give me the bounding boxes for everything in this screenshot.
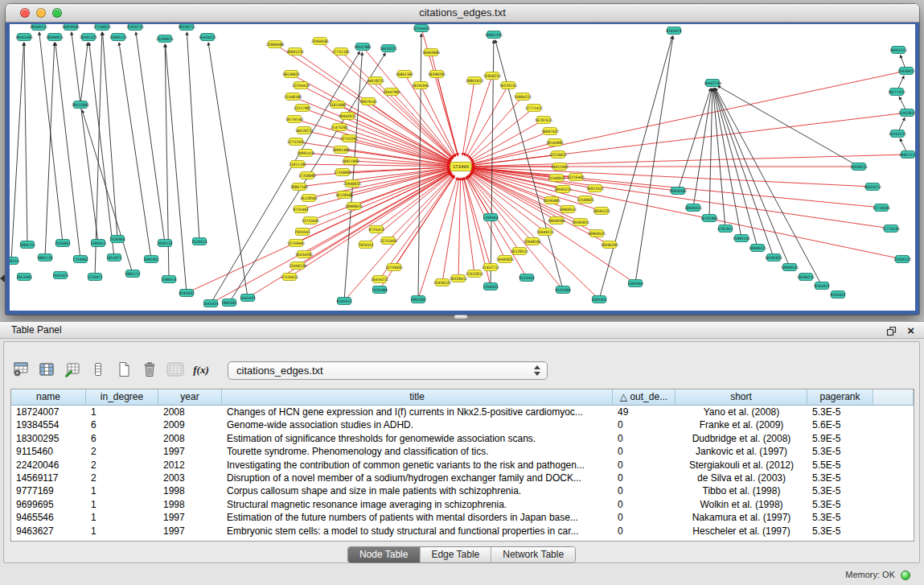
graph-edge[interactable]	[442, 178, 459, 282]
column-header-out_degree[interactable]: △ out_de...	[613, 389, 676, 406]
cell-year: 1997	[158, 525, 222, 538]
graph-edge[interactable]	[437, 74, 458, 155]
column-header-pagerank[interactable]: pagerank	[807, 389, 873, 406]
graph-edge[interactable]	[301, 170, 450, 209]
graph-edge[interactable]	[418, 34, 421, 299]
table-row[interactable]: 1456911722003Disruption of a novel membe…	[11, 472, 914, 484]
graph-edge[interactable]	[469, 175, 599, 299]
function-builder-button[interactable]: f(x)	[191, 360, 211, 381]
collapse-handle-icon[interactable]	[0, 274, 5, 282]
graph-node-label: 2060151	[19, 243, 35, 247]
graph-edge[interactable]	[211, 51, 359, 303]
graph-node-label: 12710341	[873, 206, 890, 210]
tab-node-table[interactable]: Node Table	[348, 547, 420, 562]
column-header-name[interactable]: name	[11, 389, 86, 406]
graph-node-label: 16959582	[669, 189, 687, 193]
close-panel-icon[interactable]: ×	[907, 323, 914, 339]
network-canvas[interactable]: 1660309519861013159582111622615115084211…	[10, 24, 915, 311]
graph-node-label: 10969531	[781, 266, 799, 270]
graph-edge[interactable]	[388, 175, 453, 241]
graph-edge[interactable]	[11, 43, 24, 261]
table-selector-dropdown[interactable]: citations_edges.txt	[228, 361, 548, 380]
minimize-button[interactable]	[36, 8, 46, 18]
tab-network-table[interactable]: Network Table	[491, 547, 575, 562]
graph-edge[interactable]	[80, 43, 88, 105]
column-header-short[interactable]: short	[676, 389, 807, 406]
table-row[interactable]: 1830029562008Estimation of significance …	[11, 432, 914, 445]
graph-edge[interactable]	[466, 176, 491, 217]
graph-edge[interactable]	[472, 154, 908, 167]
graph-edge[interactable]	[717, 85, 859, 167]
graph-edge[interactable]	[709, 89, 713, 218]
table-row[interactable]: 946362711997Embryonic stem cells: a mode…	[11, 525, 914, 538]
cell-year: 2008	[158, 406, 222, 418]
graph-edge[interactable]	[635, 36, 673, 283]
graph-node-label: 17358092	[298, 174, 316, 178]
window-titlebar[interactable]: citations_edges.txt	[6, 4, 919, 23]
graph-edge[interactable]	[45, 43, 55, 257]
graph-edge[interactable]	[89, 43, 114, 257]
cell-year: 2009	[158, 418, 222, 431]
graph-edge[interactable]	[470, 172, 556, 220]
graph-node-label: 12450122	[893, 257, 911, 262]
column-header-title[interactable]: title	[222, 389, 613, 406]
table-mode-button[interactable]	[10, 360, 31, 381]
graph-edge[interactable]	[466, 85, 508, 157]
table-row[interactable]: 946554611997Estimation of the future num…	[11, 511, 914, 524]
table-row[interactable]: 1938455462009Genome-wide association stu…	[11, 418, 914, 431]
graph-edge[interactable]	[187, 32, 199, 241]
cell-title: Genome-wide association studies in ADHD.	[222, 418, 613, 431]
show-columns-button[interactable]	[36, 360, 57, 381]
graph-edge[interactable]	[715, 88, 790, 267]
graph-edge[interactable]	[349, 138, 450, 164]
graph-edge[interactable]	[458, 178, 461, 278]
zoom-button[interactable]	[52, 8, 62, 18]
graph-edge[interactable]	[344, 52, 362, 301]
graph-node-label: 10991402	[332, 148, 350, 152]
network-view-svg[interactable]: 1660309519861013159582111622615115084211…	[10, 24, 915, 311]
table-row[interactable]: 1872400712008Changes of HCN gene express…	[11, 406, 914, 418]
graph-edge[interactable]	[39, 32, 63, 243]
graph-edge[interactable]	[103, 32, 117, 239]
float-panel-icon[interactable]	[886, 325, 897, 336]
graph-edge[interactable]	[294, 119, 450, 163]
graph-edge[interactable]	[82, 110, 133, 274]
graph-node-label: 1992682	[410, 298, 426, 302]
graph-node-label: 11548108	[284, 95, 302, 99]
graph-edge[interactable]	[468, 97, 523, 159]
graph-edge[interactable]	[298, 164, 450, 167]
graph-node-label: 15084211	[514, 95, 532, 99]
splitter-handle[interactable]	[454, 315, 468, 319]
graph-edge[interactable]	[296, 142, 450, 165]
graph-edge[interactable]	[472, 169, 902, 259]
graph-node-label: 12216011	[549, 153, 567, 157]
close-button[interactable]	[20, 8, 30, 18]
graph-edge[interactable]	[295, 51, 451, 160]
table-row[interactable]: 2242004622012Investigating the contribut…	[11, 459, 914, 472]
table-row[interactable]: 977716911998Corpus callosum shape and si…	[11, 484, 914, 497]
graph-edge[interactable]	[119, 43, 151, 259]
edit-columns-button[interactable]	[62, 360, 83, 381]
column-header-year[interactable]: year	[158, 389, 222, 406]
graph-edge[interactable]	[72, 32, 98, 243]
graph-edge[interactable]	[208, 43, 248, 298]
graph-edge[interactable]	[309, 169, 450, 198]
graph-edge[interactable]	[693, 89, 712, 208]
delete-button[interactable]	[139, 360, 160, 381]
row-view-button[interactable]	[88, 360, 109, 381]
graph-edge[interactable]	[421, 85, 456, 156]
graph-edge[interactable]	[304, 172, 451, 254]
graph-edge[interactable]	[187, 171, 450, 293]
tab-edge-table[interactable]: Edge Table	[419, 547, 491, 562]
column-header-in_degree[interactable]: in_degree	[86, 389, 158, 406]
graph-edge[interactable]	[470, 108, 534, 159]
graph-node-label: 16128511	[511, 249, 528, 253]
new-document-button[interactable]	[113, 360, 134, 381]
import-table-button[interactable]	[165, 360, 186, 381]
graph-edge[interactable]	[211, 172, 451, 303]
graph-edge[interactable]	[136, 32, 165, 243]
graph-edge[interactable]	[599, 36, 672, 299]
table-row[interactable]: 969969511998Structural magnetic resonanc…	[11, 498, 914, 511]
table-row[interactable]: 911546021997Tourette syndrome. Phenomeno…	[11, 445, 914, 458]
graph-edge[interactable]	[24, 43, 27, 245]
